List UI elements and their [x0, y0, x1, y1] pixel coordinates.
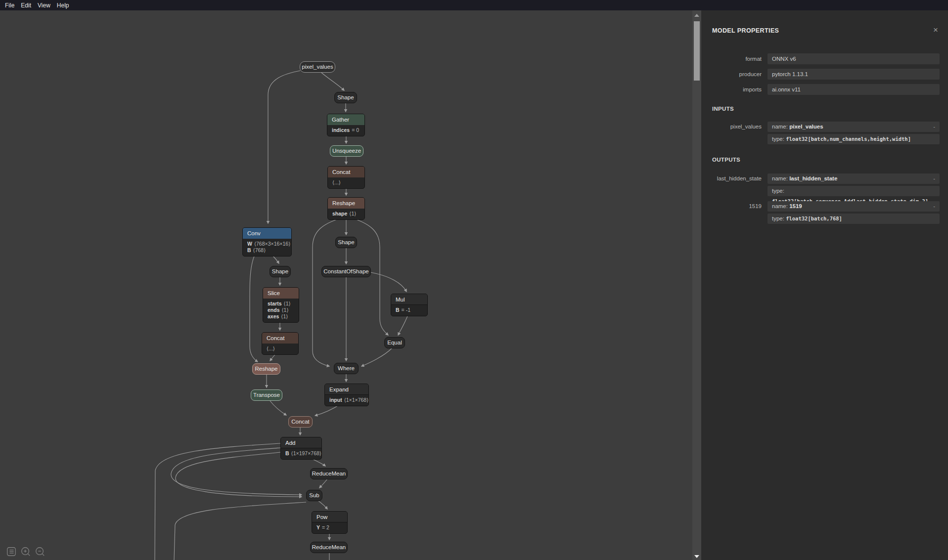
node-attribute-row: B⟨768⟩	[247, 247, 287, 254]
node-concat-2[interactable]: Concat⟨...⟩	[262, 332, 299, 355]
node-expand[interactable]: Expandinput⟨1×1×768⟩	[324, 384, 369, 406]
io-type-box: type: float32[batch,sequence,Addlast_hid…	[767, 186, 940, 196]
io-label: 1519	[701, 201, 762, 212]
attribute-value: ⟨768×3×16×16⟩	[254, 241, 290, 247]
node-concat-1[interactable]: Concat⟨...⟩	[327, 166, 365, 189]
node-attribute-row: indices= 0	[332, 127, 360, 133]
node-attributes: starts⟨1⟩ends⟨1⟩axes⟨1⟩	[263, 299, 299, 322]
attribute-key: B	[396, 307, 402, 313]
scroll-up-icon[interactable]	[694, 14, 699, 17]
name-prefix: name:	[772, 175, 789, 181]
menubar: FileEditViewHelp	[0, 0, 948, 10]
node-attributes: indices= 0	[327, 125, 364, 136]
attribute-value: ⟨1⟩	[349, 211, 356, 216]
node-reshape-1[interactable]: Reshapeshape⟨1⟩	[327, 197, 365, 220]
io-name: pixel_values	[789, 124, 823, 129]
io-label: last_hidden_state	[701, 173, 762, 184]
output-last_hidden_state: last_hidden_statename: last_hidden_state…	[701, 173, 948, 196]
node-gather[interactable]: Gatherindices= 0	[327, 114, 365, 136]
property-label: imports	[701, 84, 762, 95]
node-where[interactable]: Where	[334, 363, 359, 374]
node-attribute-row: ends⟨1⟩	[268, 307, 294, 313]
node-mul[interactable]: MulB= -1	[391, 294, 428, 316]
node-shape-3[interactable]: Shape	[270, 266, 291, 277]
menubar-item-edit[interactable]: Edit	[20, 2, 32, 9]
io-name-box: name: 1519-	[767, 201, 940, 212]
scroll-down-icon[interactable]	[694, 555, 699, 558]
collapse-icon[interactable]: -	[933, 201, 935, 212]
property-label: format	[701, 53, 762, 64]
properties-list-icon[interactable]	[6, 546, 17, 557]
node-header: Reshape	[328, 198, 364, 209]
attribute-value: ⟨1×197×768⟩	[291, 450, 321, 456]
menubar-item-view[interactable]: View	[37, 2, 51, 9]
node-add[interactable]: AddB⟨1×197×768⟩	[280, 437, 322, 460]
attribute-value: = 2	[322, 524, 329, 530]
node-attribute-row: input⟨1×1×768⟩	[329, 397, 364, 403]
attribute-value: ⟨768⟩	[253, 247, 266, 253]
node-shape-1[interactable]: Shape	[334, 92, 357, 103]
node-reducemean-1[interactable]: ReduceMean	[310, 468, 348, 479]
attribute-key: B	[247, 247, 253, 253]
io-name-box: name: pixel_values-	[767, 122, 940, 132]
node-header: Slice	[263, 288, 299, 299]
type-prefix: type:	[772, 215, 786, 221]
node-header: Concat	[262, 333, 298, 344]
node-shape-2[interactable]: Shape	[335, 237, 357, 248]
node-reducemean-2[interactable]: ReduceMean	[310, 542, 348, 553]
node-transpose[interactable]: Transpose	[251, 389, 282, 401]
attribute-key: ends	[268, 307, 282, 313]
inputs-section-label: INPUTS	[712, 106, 734, 112]
node-header: Concat	[328, 167, 364, 177]
zoom-out-icon[interactable]	[35, 546, 45, 557]
attribute-value: ⟨1⟩	[282, 307, 289, 313]
node-attributes: input⟨1×1×768⟩	[325, 395, 368, 406]
scrollbar-thumb[interactable]	[694, 21, 700, 81]
node-constantofshape[interactable]: ConstantOfShape	[321, 266, 371, 277]
node-equal[interactable]: Equal	[384, 337, 405, 348]
edge	[155, 443, 280, 560]
node-attributes: shape⟨1⟩	[328, 209, 364, 219]
attribute-key: input	[329, 397, 344, 403]
menubar-item-help[interactable]: Help	[56, 2, 70, 9]
node-attribute-row: starts⟨1⟩	[268, 301, 294, 307]
type-prefix: type:	[772, 188, 784, 194]
node-unsqueeze[interactable]: Unsqueeze	[330, 145, 363, 157]
node-header: Conv	[243, 228, 291, 239]
node-attributes: B= -1	[391, 305, 427, 316]
io-type: float32[batch,768]	[786, 215, 842, 221]
node-reshape-2[interactable]: Reshape	[252, 363, 280, 375]
io-name-box: name: last_hidden_state-	[767, 173, 940, 184]
collapse-icon[interactable]: -	[933, 173, 935, 184]
io-label: pixel_values	[701, 122, 762, 132]
node-conv[interactable]: ConvW⟨768×3×16×16⟩B⟨768⟩	[242, 227, 292, 257]
panel-title: MODEL PROPERTIES	[712, 27, 779, 34]
node-attribute-row: axes⟨1⟩	[268, 313, 294, 320]
io-type-box: type: float32[batch,768]	[767, 214, 940, 224]
collapse-icon[interactable]: -	[933, 122, 935, 132]
node-attribute-row: Y= 2	[316, 524, 343, 531]
node-attributes: Y= 2	[312, 522, 347, 533]
menubar-item-file[interactable]: File	[4, 2, 15, 9]
io-type: float32[batch,num_channels,height,width]	[786, 136, 911, 142]
node-concat-3[interactable]: Concat	[288, 416, 313, 428]
attribute-key: W	[247, 241, 254, 247]
edge	[321, 73, 344, 90]
property-row-imports: importsai.onnx v11	[701, 84, 948, 95]
node-slice[interactable]: Slicestarts⟨1⟩ends⟨1⟩axes⟨1⟩	[263, 287, 299, 323]
node-header: Mul	[391, 294, 427, 305]
io-name: last_hidden_state	[789, 175, 837, 181]
close-icon[interactable]: ×	[933, 25, 938, 35]
graph-canvas[interactable]: pixel_valuesShapeGatherindices= 0Unsquee…	[0, 10, 701, 560]
edge	[270, 401, 286, 415]
graph-scrollbar[interactable]	[692, 10, 701, 560]
node-sub[interactable]: Sub	[306, 490, 322, 501]
node-pow[interactable]: PowY= 2	[312, 511, 348, 534]
attribute-value: ⟨1×1×768⟩	[344, 397, 369, 403]
node-attribute-row: ⟨...⟩	[332, 179, 360, 186]
name-prefix: name:	[772, 203, 789, 209]
property-value: ONNX v6	[767, 53, 940, 64]
zoom-in-icon[interactable]	[20, 546, 31, 557]
node-pixel-values[interactable]: pixel_values	[300, 61, 335, 73]
type-prefix: type:	[772, 136, 786, 142]
